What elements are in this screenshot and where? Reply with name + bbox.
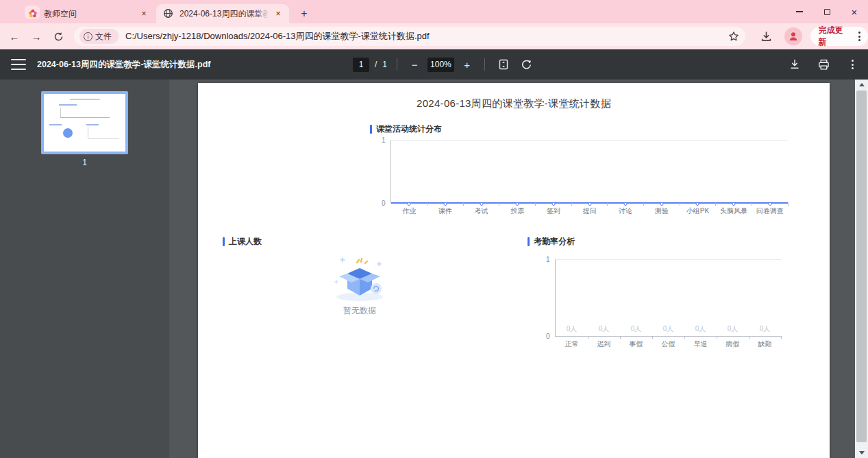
- url-text[interactable]: C:/Users/zhjy-1218/Downloads/2024-06-13周…: [125, 30, 726, 43]
- data-point-marker: [443, 202, 447, 206]
- axis-tick: [652, 336, 653, 339]
- heading-accent-bar: [223, 237, 225, 246]
- chart-category: 0人事假: [620, 260, 652, 336]
- restore-icon: [824, 9, 830, 15]
- section-activity-heading: 课堂活动统计分布: [370, 123, 442, 135]
- chart-category: 测验: [643, 141, 680, 203]
- address-bar[interactable]: i 文件 C:/Users/zhjy-1218/Downloads/2024-0…: [74, 27, 745, 46]
- data-value-label: 0人: [620, 324, 652, 334]
- data-value-label: 0人: [684, 324, 717, 334]
- browser-tab-strip: ∨ 教师空间 × 2024-06-13周四的课堂教学-课 × +: [0, 0, 868, 23]
- axis-tick: [643, 203, 644, 206]
- heading-accent-bar: [528, 237, 530, 246]
- axis-tick: [571, 203, 572, 206]
- chart-category: 讨论: [608, 141, 644, 203]
- scroll-down-button[interactable]: [855, 448, 868, 458]
- axis-tick: [588, 336, 588, 339]
- axis-tick: [717, 336, 717, 339]
- fit-page-icon: [498, 59, 509, 70]
- reload-icon: [53, 32, 64, 42]
- attendance-chart-plot: 0人正常0人迟到0人事假0人公假0人早退0人病假0人缺勤: [555, 259, 781, 337]
- downloads-button[interactable]: [758, 27, 775, 45]
- close-button[interactable]: ×: [841, 0, 868, 23]
- fit-page-button[interactable]: [495, 56, 512, 73]
- file-scheme-chip[interactable]: i 文件: [79, 29, 119, 44]
- profile-avatar[interactable]: [784, 27, 802, 45]
- pdf-download-button[interactable]: [786, 56, 804, 73]
- empty-box-icon: [327, 253, 393, 304]
- axis-tick: [620, 336, 621, 339]
- section-heading-label: 考勤率分析: [534, 236, 575, 248]
- update-label: 完成更新: [819, 25, 851, 48]
- axis-tick: [607, 203, 608, 206]
- axis-tick: [427, 203, 427, 206]
- page-thumbnail[interactable]: [41, 91, 128, 154]
- chart-category: 头脑风暴: [716, 141, 752, 203]
- chart-category: 课件: [427, 141, 464, 203]
- page-number-input[interactable]: 1: [353, 58, 369, 72]
- bookmark-star-icon[interactable]: [726, 29, 741, 44]
- rotate-button[interactable]: [518, 56, 536, 73]
- activity-ytick-max: 1: [382, 136, 386, 144]
- forward-button[interactable]: →: [27, 27, 45, 45]
- globe-favicon-icon: [163, 8, 174, 19]
- activity-chart-plot: 作业课件考试投票签到提问讨论测验小组PK头脑风暴问卷调查: [390, 140, 788, 204]
- tab-close-icon[interactable]: ×: [138, 8, 149, 19]
- document-title: 2024-06-13周四的课堂教学-课堂统计数据: [198, 97, 830, 110]
- thumbnail-panel: 1: [0, 80, 169, 458]
- minimize-button[interactable]: [786, 0, 813, 23]
- vertical-scrollbar[interactable]: [855, 80, 868, 458]
- chart-category: 投票: [499, 141, 536, 203]
- zoom-level-input[interactable]: 100%: [427, 58, 454, 72]
- chart-category: 问卷调查: [752, 141, 788, 203]
- tab-pdf-active[interactable]: 2024-06-13周四的课堂教学-课 ×: [156, 4, 289, 23]
- thumbnail-page-number: 1: [0, 158, 169, 167]
- data-value-label: 0人: [556, 324, 588, 334]
- chart-category: 0人迟到: [588, 260, 620, 336]
- chrome-update-button[interactable]: 完成更新: [810, 27, 868, 46]
- scroll-up-button[interactable]: [855, 80, 868, 90]
- scrollbar-thumb[interactable]: [856, 91, 867, 442]
- data-value-label: 0人: [717, 324, 749, 334]
- axis-tick: [752, 203, 752, 206]
- tab-teacher-space[interactable]: 教师空间 ×: [21, 4, 155, 23]
- maximize-button[interactable]: [813, 0, 841, 23]
- pdf-page: 2024-06-13周四的课堂教学-课堂统计数据 课堂活动统计分布 1 0 作业…: [198, 83, 830, 458]
- axis-tick: [499, 203, 499, 206]
- download-icon: [789, 59, 800, 70]
- data-point-marker: [516, 202, 519, 206]
- data-point-marker: [660, 202, 663, 206]
- data-point-marker: [696, 202, 699, 206]
- print-icon: [818, 59, 830, 71]
- axis-tick: [715, 203, 716, 206]
- page-total: 1: [382, 60, 387, 69]
- category-label: 问卷调查: [738, 206, 802, 216]
- chart-category: 提问: [571, 141, 608, 203]
- pdf-toolbar: 2024-06-13周四的课堂教学-课堂统计数据.pdf 1 / 1 − 100…: [0, 49, 868, 80]
- back-button[interactable]: ←: [5, 27, 23, 45]
- axis-tick: [680, 203, 680, 206]
- pdf-more-options-icon[interactable]: [846, 58, 858, 71]
- arrow-down-icon: [859, 451, 865, 455]
- arrow-up-icon: [859, 83, 865, 86]
- pdf-viewer-area: 1 2024-06-13周四的课堂教学-课堂统计数据 课堂活动统计分布 1 0 …: [0, 80, 868, 458]
- zoom-in-button[interactable]: +: [460, 57, 475, 72]
- browser-navbar: ← → i 文件 C:/Users/zhjy-1218/Downloads/20…: [0, 23, 868, 49]
- chart-category: 0人早退: [684, 260, 717, 336]
- chart-category: 作业: [391, 141, 427, 203]
- chart-category: 签到: [536, 141, 572, 203]
- tab-close-icon[interactable]: ×: [273, 8, 284, 19]
- axis-tick: [535, 203, 536, 206]
- zoom-out-button[interactable]: −: [407, 57, 422, 72]
- tab-title: 2024-06-13周四的课堂教学-课: [179, 8, 269, 20]
- pdf-print-button[interactable]: [815, 56, 832, 73]
- activity-chart-categories: 作业课件考试投票签到提问讨论测验小组PK头脑风暴问卷调查: [391, 141, 788, 203]
- person-icon: [788, 31, 799, 42]
- pdf-menu-button[interactable]: [11, 59, 26, 70]
- new-tab-button[interactable]: +: [296, 5, 312, 22]
- toolbar-divider: [397, 58, 397, 71]
- reload-button[interactable]: [49, 27, 67, 45]
- toolbar-divider: [484, 58, 485, 71]
- browser-menu-icon[interactable]: [853, 30, 865, 43]
- attendance-ytick-max: 1: [546, 256, 550, 263]
